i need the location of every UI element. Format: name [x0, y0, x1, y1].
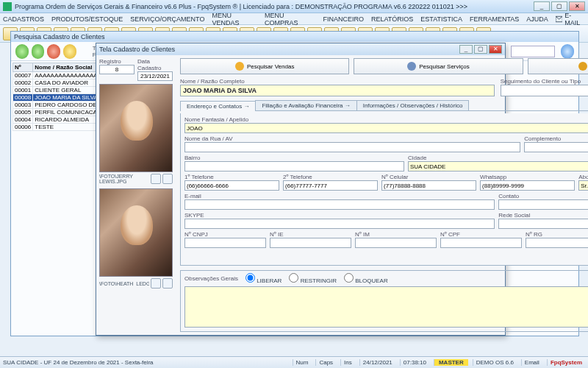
status-master: MASTER — [434, 359, 468, 366]
seguimento-label: Seguimento do Cliente ou Tipo — [501, 78, 588, 85]
contato-label: Contato — [498, 193, 588, 199]
observacoes-textarea[interactable] — [184, 286, 588, 328]
nome-input[interactable] — [180, 85, 495, 96]
pesquisar-financeiro-button[interactable]: Pesquisar Financeiro — [528, 58, 588, 74]
menu-financeiro[interactable]: FINANCEIRO — [323, 15, 364, 23]
complemento-input[interactable] — [524, 142, 588, 152]
skype-input[interactable] — [184, 219, 495, 229]
celular-input[interactable] — [381, 180, 476, 191]
pesquisar-vendas-button[interactable]: Pesquisar Vendas — [180, 58, 349, 74]
ie-input[interactable] — [270, 238, 351, 248]
status-version: DEMO OS 6.6 — [473, 359, 517, 366]
photo-1-zoom-button[interactable] — [162, 174, 173, 184]
tab-filiacao[interactable]: Filiação e Avaliação Financeira → — [255, 100, 356, 110]
menu-compras[interactable]: MENU COMPRAS — [265, 12, 316, 26]
tab-endereco-content: Nome Fantasia / Apelido Nome da Rua / AV… — [180, 113, 588, 266]
photo-2-zoom-button[interactable] — [162, 278, 173, 289]
table-row[interactable]: 00007AAAAAAAAAAAAAAAA — [13, 72, 106, 79]
rua-input[interactable] — [184, 142, 520, 152]
radio-bloquear[interactable]: BLOQUEAR — [344, 273, 388, 284]
refresh-button[interactable] — [63, 44, 76, 59]
photo-1-browse-button[interactable] — [151, 174, 161, 184]
tab-informacoes[interactable]: Informações / Observações / Histórico — [356, 100, 470, 110]
contato-input[interactable] — [498, 199, 588, 210]
rua-label: Nome da Rua / AV — [184, 135, 520, 142]
dialog-title: Tela Cadastro de Clientes — [99, 46, 175, 53]
close-button[interactable]: ✕ — [569, 1, 585, 11]
table-row[interactable]: 00006TESTE — [13, 124, 106, 131]
tel1-input[interactable] — [184, 180, 279, 191]
add-button[interactable] — [15, 44, 29, 59]
email-input[interactable] — [184, 199, 495, 210]
table-row[interactable]: 00002CASA DO AVIADOR — [13, 79, 106, 87]
abordagem-label: Abordagem no WhatsApp — [578, 174, 588, 180]
client-detail-dialog: Tela Cadastro de Clientes _ ▢ ✕ Registro… — [96, 43, 506, 336]
fantasia-input[interactable] — [184, 123, 588, 133]
client-photo-2[interactable] — [99, 188, 173, 277]
table-row[interactable]: 00004RICARDO ALMEIDA — [13, 116, 106, 124]
complemento-label: Complemento — [524, 135, 588, 142]
abordagem-input[interactable] — [578, 180, 588, 191]
status-caps: Caps — [315, 359, 336, 366]
menu-vendas[interactable]: MENU VENDAS — [212, 12, 257, 26]
rede-social-input[interactable] — [498, 219, 588, 229]
edit-button[interactable] — [32, 44, 45, 59]
skype-label: SKYPE — [184, 212, 495, 219]
menubar: CADASTROS PRODUTOS/ESTOQUE SERVIÇO/ORÇAM… — [0, 13, 588, 25]
menu-ferramentas[interactable]: FERRAMENTAS — [470, 15, 519, 23]
app-title: Programa Ordem de Serviços Gerais & Fina… — [15, 3, 532, 10]
whatsapp-input[interactable] — [480, 180, 575, 191]
whatsapp-label: Whatsapp — [480, 174, 575, 180]
dialog-maximize-button[interactable]: ▢ — [474, 45, 487, 54]
client-photo-1[interactable] — [99, 84, 173, 172]
tel2-label: 2º Telefone — [283, 174, 378, 180]
menu-email[interactable]: E-MAIL — [556, 12, 585, 26]
dialog-minimize-button[interactable]: _ — [459, 45, 473, 54]
rede-social-label: Rede Social — [498, 212, 588, 219]
table-row[interactable]: 00003PEDRO CARDOSO DE M — [13, 102, 106, 109]
rg-input[interactable] — [526, 238, 588, 248]
table-row[interactable]: 00005PERFIL COMUNICACAO — [13, 109, 106, 116]
detail-tabs: Endereço e Contatos → Filiação e Avaliaç… — [180, 100, 588, 111]
status-email[interactable]: Email — [521, 359, 542, 366]
seguimento-select[interactable] — [501, 85, 588, 96]
radio-restringir[interactable]: RESTRINGIR — [289, 273, 337, 284]
tel2-input[interactable] — [283, 180, 378, 191]
menu-cadastros[interactable]: CADASTROS — [3, 15, 44, 23]
bairro-label: Bairro — [184, 155, 404, 161]
cnpj-input[interactable] — [184, 238, 266, 248]
table-row-selected[interactable]: 00008JOAO MARIA DA SILVA — [13, 94, 106, 102]
menu-servico[interactable]: SERVIÇO/ORÇAMENTO — [130, 15, 204, 23]
photo-2-browse-button[interactable] — [151, 278, 161, 289]
registro-input[interactable] — [99, 65, 135, 74]
registro-label: Registro — [99, 58, 135, 65]
cpf-input[interactable] — [440, 238, 522, 248]
client-form: Pesquisar Vendas Pesquisar Serviços Pesq… — [176, 55, 588, 335]
observacoes-block: Observações Gerais LIBERAR RESTRINGIR BL… — [180, 270, 588, 332]
minimize-button[interactable]: _ — [534, 1, 550, 11]
delete-button[interactable] — [47, 44, 60, 59]
dialog-titlebar: Tela Cadastro de Clientes _ ▢ ✕ — [96, 43, 505, 55]
maximize-button[interactable]: ▢ — [551, 1, 567, 11]
nome-label: Nome / Razão Completo — [180, 78, 495, 85]
im-input[interactable] — [355, 238, 437, 248]
status-location: SUA CIDADE - UF 24 de Dezembro de 2021 -… — [3, 359, 288, 366]
menu-relatorios[interactable]: RELATÓRIOS — [371, 15, 413, 23]
menu-estatistica[interactable]: ESTATISTICA — [420, 15, 462, 23]
col-number[interactable]: Nº — [13, 63, 33, 72]
cidade-input[interactable] — [408, 161, 588, 171]
fantasia-label: Nome Fantasia / Apelido — [184, 116, 588, 123]
col-name[interactable]: Nome / Razão Social — [33, 63, 105, 72]
dialog-close-button[interactable]: ✕ — [489, 45, 502, 54]
tab-endereco[interactable]: Endereço e Contatos → — [180, 101, 256, 111]
data-cadastro-input[interactable] — [137, 71, 173, 81]
menu-ajuda[interactable]: AJUDA — [526, 15, 548, 23]
pesquisar-servicos-button[interactable]: Pesquisar Serviços — [354, 58, 523, 74]
app-icon — [3, 2, 12, 11]
status-brand[interactable]: FpqSystem — [547, 359, 585, 366]
bairro-input[interactable] — [184, 161, 404, 171]
radio-liberar[interactable]: LIBERAR — [245, 273, 282, 284]
table-row[interactable]: 00001CLIENTE GERAL — [13, 87, 106, 94]
menu-produtos[interactable]: PRODUTOS/ESTOQUE — [51, 15, 123, 23]
cnpj-label: Nº CNPJ — [184, 231, 266, 238]
